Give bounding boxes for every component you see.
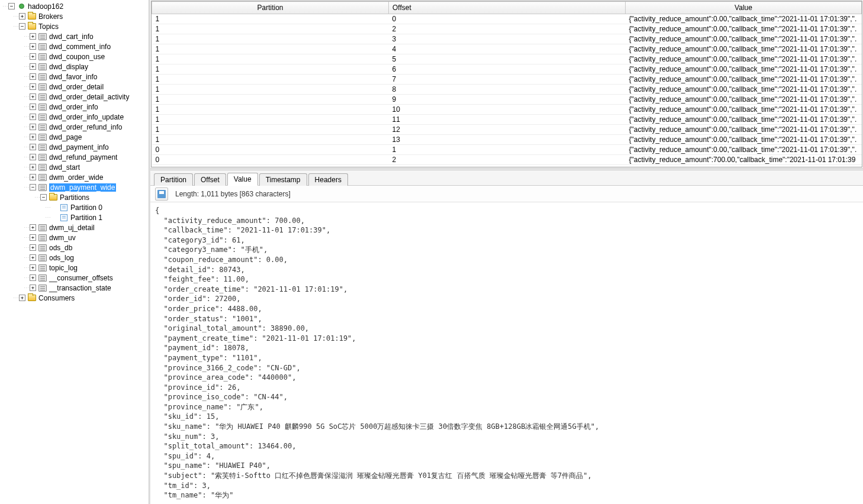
tree-topic-dwm_payment_wide[interactable]: ⋯−dwm_payment_wide bbox=[0, 182, 149, 192]
topic-icon-icon bbox=[38, 53, 47, 61]
table-row[interactable]: 19{"activity_reduce_amount":0.00,"callba… bbox=[152, 95, 862, 105]
table-row[interactable]: 14{"activity_reduce_amount":0.00,"callba… bbox=[152, 44, 862, 54]
tree-topic-dwd_refund_payment[interactable]: ⋯+dwd_refund_payment bbox=[0, 152, 149, 162]
topic-icon-icon bbox=[38, 143, 47, 151]
tree-topic-ods_log[interactable]: ⋯+ods_log bbox=[0, 253, 149, 263]
tree-topic-topic_log[interactable]: ⋯+topic_log bbox=[0, 263, 149, 273]
expander-icon[interactable]: + bbox=[30, 164, 36, 170]
tree-topic-dwm_order_wide[interactable]: ⋯+dwm_order_wide bbox=[0, 172, 149, 182]
expander-icon[interactable]: + bbox=[30, 33, 36, 40]
table-row[interactable]: 13{"activity_reduce_amount":0.00,"callba… bbox=[152, 34, 862, 44]
table-row[interactable]: 01{"activity_reduce_amount":0.00,"callba… bbox=[152, 145, 862, 155]
tree-topic-dwd_order_detail_activity[interactable]: ⋯+dwd_order_detail_activity bbox=[0, 92, 149, 102]
expander-icon[interactable]: + bbox=[30, 285, 36, 291]
detail-toolbar: Length: 1,011 bytes [863 characters] bbox=[150, 186, 863, 202]
table-row[interactable]: 15{"activity_reduce_amount":0.00,"callba… bbox=[152, 54, 862, 64]
tree-consumers[interactable]: ⋯+Consumers bbox=[0, 293, 149, 303]
expander-icon[interactable]: − bbox=[30, 184, 36, 190]
expander-icon[interactable]: + bbox=[30, 144, 36, 150]
tree-topic-dwd_favor_info[interactable]: ⋯+dwd_favor_info bbox=[0, 72, 149, 82]
tree-partition-1[interactable]: ⋯Partition 1 bbox=[0, 212, 149, 222]
tab-value[interactable]: Value bbox=[227, 173, 258, 186]
expander-icon[interactable]: + bbox=[30, 154, 36, 160]
table-row[interactable]: 113{"activity_reduce_amount":0.00,"callb… bbox=[152, 135, 862, 145]
tree-partitions[interactable]: ⋯−Partitions bbox=[0, 192, 149, 202]
topic-icon-icon bbox=[38, 274, 47, 282]
cell-partition: 1 bbox=[152, 105, 389, 115]
expander-icon[interactable]: + bbox=[30, 104, 36, 110]
topic-icon-icon bbox=[38, 103, 47, 111]
tab-partition[interactable]: Partition bbox=[154, 173, 193, 186]
cell-offset: 6 bbox=[389, 64, 626, 75]
expander-icon[interactable]: + bbox=[30, 174, 36, 180]
table-row[interactable]: 03{"activity_reduce_amount":0.00,"callba… bbox=[152, 165, 862, 168]
tree-topic-__consumer_offsets[interactable]: ⋯+__consumer_offsets bbox=[0, 273, 149, 283]
expander-icon[interactable]: − bbox=[40, 194, 47, 201]
table-row[interactable]: 17{"activity_reduce_amount":0.00,"callba… bbox=[152, 75, 862, 85]
tree-topics[interactable]: ⋯−Topics bbox=[0, 21, 149, 31]
tree-panel[interactable]: ⋯−hadoop162⋯+Brokers⋯−Topics⋯+dwd_cart_i… bbox=[0, 0, 149, 504]
tree-topic-dwd_payment_info[interactable]: ⋯+dwd_payment_info bbox=[0, 142, 149, 152]
expander-icon[interactable]: + bbox=[30, 254, 36, 261]
tree-topic-dwd_order_info[interactable]: ⋯+dwd_order_info bbox=[0, 102, 149, 112]
table-row[interactable]: 10{"activity_reduce_amount":0.00,"callba… bbox=[152, 14, 862, 24]
expander-icon[interactable]: + bbox=[30, 234, 36, 241]
expander-icon[interactable]: − bbox=[8, 3, 15, 9]
cell-offset: 5 bbox=[389, 54, 626, 64]
tree-topic-dwm_uv[interactable]: ⋯+dwm_uv bbox=[0, 232, 149, 243]
expander-icon[interactable]: + bbox=[30, 53, 36, 60]
expander-icon[interactable]: + bbox=[30, 83, 36, 90]
tree-label: dwd_display bbox=[49, 63, 88, 71]
expander-icon[interactable]: + bbox=[30, 244, 36, 251]
tree-topic-dwd_display[interactable]: ⋯+dwd_display bbox=[0, 62, 149, 72]
tree-topic-dwd_order_refund_info[interactable]: ⋯+dwd_order_refund_info bbox=[0, 122, 149, 132]
table-row[interactable]: 110{"activity_reduce_amount":0.00,"callb… bbox=[152, 105, 862, 115]
expander-icon[interactable]: + bbox=[30, 63, 36, 70]
tree-label: dwd_coupon_use bbox=[49, 53, 105, 61]
topic-icon-icon bbox=[38, 254, 47, 262]
tree-topic-dwd_start[interactable]: ⋯+dwd_start bbox=[0, 162, 149, 172]
tab-headers[interactable]: Headers bbox=[308, 173, 348, 186]
table-row[interactable]: 16{"activity_reduce_amount":0.00,"callba… bbox=[152, 64, 862, 75]
expander-icon[interactable]: + bbox=[30, 73, 36, 80]
expander-icon[interactable]: + bbox=[30, 43, 36, 50]
expander-icon[interactable]: − bbox=[19, 23, 25, 30]
tree-topic-dwd_comment_info[interactable]: ⋯+dwd_comment_info bbox=[0, 41, 149, 51]
tree-topic-dwd_page[interactable]: ⋯+dwd_page bbox=[0, 132, 149, 142]
expander-icon[interactable]: + bbox=[30, 224, 36, 231]
expander-icon[interactable]: + bbox=[30, 93, 36, 100]
table-row[interactable]: 02{"activity_reduce_amount":700.00,"call… bbox=[152, 155, 862, 165]
cell-partition: 1 bbox=[152, 54, 389, 64]
message-table-container[interactable]: Partition Offset Value 10{"activity_redu… bbox=[151, 1, 862, 167]
expander-icon[interactable]: + bbox=[30, 124, 36, 130]
expander-icon[interactable]: + bbox=[30, 114, 36, 120]
tree-topic-dwd_coupon_use[interactable]: ⋯+dwd_coupon_use bbox=[0, 51, 149, 62]
expander-icon[interactable]: + bbox=[19, 295, 25, 301]
tree-topic-__transaction_state[interactable]: ⋯+__transaction_state bbox=[0, 283, 149, 293]
table-row[interactable]: 112{"activity_reduce_amount":0.00,"callb… bbox=[152, 125, 862, 135]
tree-brokers[interactable]: ⋯+Brokers bbox=[0, 11, 149, 21]
tree-server[interactable]: ⋯−hadoop162 bbox=[0, 1, 149, 11]
json-viewer[interactable]: { "activity_reduce_amount": 700.00, "cal… bbox=[150, 202, 863, 504]
tab-timestamp[interactable]: Timestamp bbox=[259, 173, 307, 186]
tree-topic-dwm_uj_detail[interactable]: ⋯+dwm_uj_detail bbox=[0, 222, 149, 232]
tree-partition-0[interactable]: ⋯Partition 0 bbox=[0, 202, 149, 212]
col-header-partition[interactable]: Partition bbox=[152, 2, 389, 14]
col-header-offset[interactable]: Offset bbox=[389, 2, 626, 14]
tree-topic-dwd_order_detail[interactable]: ⋯+dwd_order_detail bbox=[0, 82, 149, 92]
table-row[interactable]: 111{"activity_reduce_amount":0.00,"callb… bbox=[152, 115, 862, 125]
expander-icon[interactable]: + bbox=[30, 264, 36, 271]
expander-icon[interactable]: + bbox=[30, 134, 36, 140]
topic-icon-icon bbox=[38, 63, 47, 71]
tree-topic-ods_db[interactable]: ⋯+ods_db bbox=[0, 243, 149, 253]
tree-topic-dwd_cart_info[interactable]: ⋯+dwd_cart_info bbox=[0, 31, 149, 41]
expander-icon[interactable]: + bbox=[30, 274, 36, 281]
col-header-value[interactable]: Value bbox=[626, 2, 862, 14]
table-row[interactable]: 12{"activity_reduce_amount":0.00,"callba… bbox=[152, 24, 862, 34]
tree-topic-dwd_order_info_update[interactable]: ⋯+dwd_order_info_update bbox=[0, 112, 149, 122]
expander-icon[interactable]: + bbox=[19, 13, 25, 20]
table-row[interactable]: 18{"activity_reduce_amount":0.00,"callba… bbox=[152, 85, 862, 95]
tab-offset[interactable]: Offset bbox=[194, 173, 226, 186]
save-button[interactable] bbox=[155, 188, 168, 201]
cell-value: {"activity_reduce_amount":0.00,"callback… bbox=[626, 115, 862, 125]
